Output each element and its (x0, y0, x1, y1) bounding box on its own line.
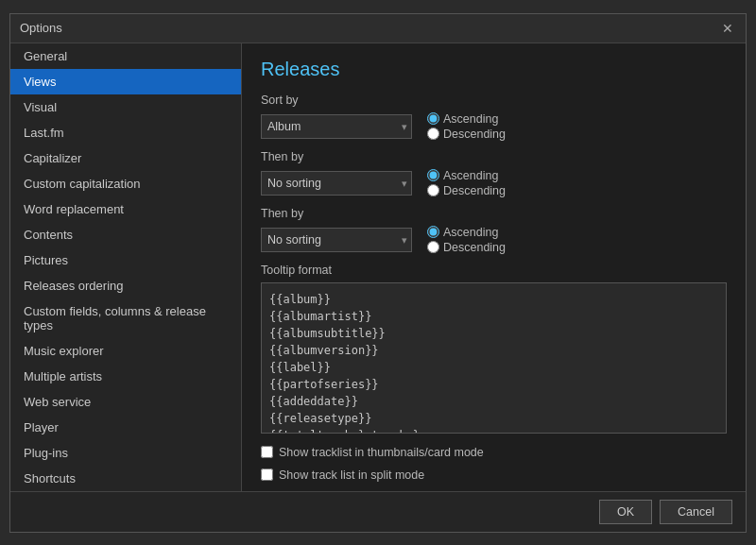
dialog-body: General Views Visual Last.fm Capitalizer… (10, 43, 746, 491)
tracklist-split-label[interactable]: Show track list in split mode (279, 468, 424, 482)
sidebar-item-shortcuts[interactable]: Shortcuts (10, 466, 241, 491)
sort3-descending-radio[interactable] (427, 241, 439, 253)
sidebar-item-custom-fields[interactable]: Custom fields, columns & release types (10, 298, 241, 338)
sort1-descending-radio[interactable] (427, 128, 439, 140)
sort3-ascending-label[interactable]: Ascending (427, 226, 506, 239)
sort-by-label: Sort by (261, 94, 727, 107)
sidebar-item-word-replacement[interactable]: Word replacement (10, 196, 241, 222)
ok-button[interactable]: OK (599, 500, 652, 524)
sort3-radio-group: Ascending Descending (427, 226, 506, 254)
sidebar-item-general[interactable]: General (10, 43, 241, 69)
sort3-select[interactable]: No sorting Album Artist Year (261, 228, 412, 252)
tooltip-format-label: Tooltip format (261, 264, 727, 277)
sort2-ascending-label[interactable]: Ascending (427, 169, 506, 182)
checkbox-row-1: Show tracklist in thumbnails/card mode (261, 446, 727, 459)
sort2-select-wrapper: No sorting Album Artist Year (261, 171, 412, 196)
sidebar-item-player[interactable]: Player (10, 415, 241, 440)
sidebar-item-views[interactable]: Views (10, 69, 241, 94)
options-dialog: Options ✕ General Views Visual Last.fm C… (9, 13, 747, 533)
sidebar-item-plug-ins[interactable]: Plug-ins (10, 440, 241, 466)
tracklist-thumbnail-label[interactable]: Show tracklist in thumbnails/card mode (279, 446, 484, 459)
sort3-select-wrapper: No sorting Album Artist Year (261, 228, 412, 252)
sidebar-item-music-explorer[interactable]: Music explorer (10, 338, 241, 364)
sort3-ascending-radio[interactable] (427, 226, 439, 238)
dialog-footer: OK Cancel (10, 491, 746, 532)
sidebar-item-web-service[interactable]: Web service (10, 389, 241, 415)
sort1-radio-group: Ascending Descending (427, 112, 506, 141)
sidebar-item-lastfm[interactable]: Last.fm (10, 120, 241, 145)
sort2-ascending-radio[interactable] (427, 169, 439, 181)
sidebar-item-contents[interactable]: Contents (10, 222, 241, 247)
sidebar-item-multiple-artists[interactable]: Multiple artists (10, 364, 241, 389)
title-bar: Options ✕ (10, 14, 746, 43)
sort1-ascending-label[interactable]: Ascending (427, 112, 506, 126)
sidebar-item-visual[interactable]: Visual (10, 94, 241, 120)
sort-row-2: No sorting Album Artist Year Ascending D… (261, 169, 727, 197)
sort-row-3: No sorting Album Artist Year Ascending D… (261, 226, 727, 254)
then-by-label1: Then by (261, 150, 727, 163)
sidebar-item-releases-ordering[interactable]: Releases ordering (10, 273, 241, 298)
cancel-button[interactable]: Cancel (660, 500, 732, 524)
sort3-descending-label[interactable]: Descending (427, 241, 506, 254)
sort1-descending-label[interactable]: Descending (427, 128, 506, 141)
content-area: Releases Sort by Album No sorting Artist… (242, 43, 746, 491)
sidebar-item-pictures[interactable]: Pictures (10, 247, 241, 273)
sort1-select[interactable]: Album No sorting Artist Year Date added … (261, 114, 412, 139)
sort2-radio-group: Ascending Descending (427, 169, 506, 197)
sidebar-item-capitalizer[interactable]: Capitalizer (10, 145, 241, 171)
sort2-select[interactable]: No sorting Album Artist Year (261, 171, 412, 196)
tracklist-split-checkbox[interactable] (261, 468, 273, 481)
tooltip-textarea[interactable]: {{album}} {{albumartist}} {{albumsubtitl… (261, 282, 727, 434)
tracklist-thumbnail-checkbox[interactable] (261, 446, 273, 458)
sort2-descending-label[interactable]: Descending (427, 184, 506, 197)
dialog-title: Options (20, 21, 62, 35)
sort1-ascending-radio[interactable] (427, 112, 439, 125)
sort-row-1: Album No sorting Artist Year Date added … (261, 112, 727, 141)
then-by-label2: Then by (261, 207, 727, 220)
close-button[interactable]: ✕ (719, 20, 736, 37)
sort1-select-wrapper: Album No sorting Artist Year Date added … (261, 114, 412, 139)
sidebar: General Views Visual Last.fm Capitalizer… (10, 43, 242, 491)
sidebar-item-custom-capitalization[interactable]: Custom capitalization (10, 171, 241, 196)
checkbox-row-2: Show track list in split mode (261, 468, 727, 482)
sort2-descending-radio[interactable] (427, 184, 439, 196)
content-title: Releases (261, 59, 727, 80)
